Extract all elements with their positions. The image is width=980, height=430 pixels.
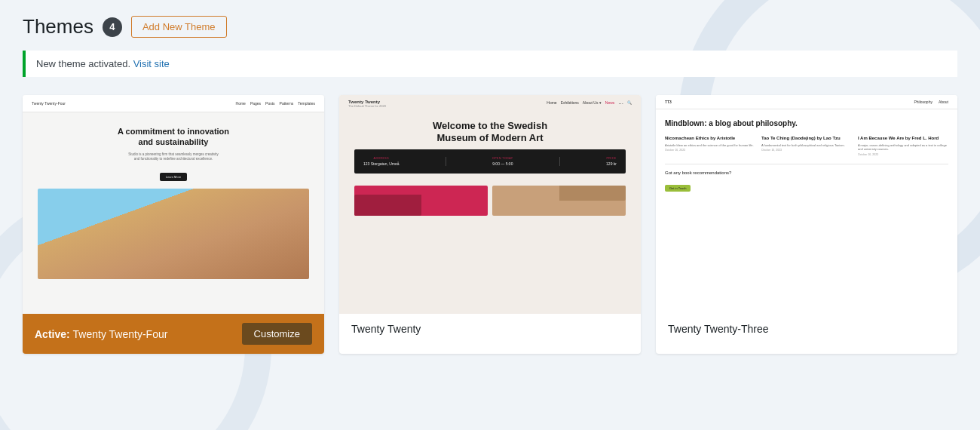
t24-nav: Twenty Twenty-Four Home Pages Posts Patt… bbox=[23, 95, 324, 112]
t23-posts: Nicomachean Ethics by Aristotle Aristotl… bbox=[665, 136, 948, 156]
t24-hero-title: A commitment to innovationand sustainabi… bbox=[38, 126, 309, 148]
themes-grid: Twenty Twenty-Four Home Pages Posts Patt… bbox=[23, 95, 957, 354]
t23-logo: TT3 bbox=[665, 100, 672, 104]
t20-open: OPEN TODAY 9:00 — 5:00 bbox=[492, 157, 513, 166]
active-theme-footer: Active: Twenty Twenty-Four Customize bbox=[23, 314, 324, 354]
theme-name-twenty-twenty-three: Twenty Twenty-Three bbox=[668, 323, 769, 335]
t23-content: Mindblown: a blog about philosophy. Nico… bbox=[656, 109, 957, 201]
t23-navlinks: Philosophy About bbox=[914, 100, 948, 104]
t20-info-bar: ADDRESS 123 Storgatan, Umeå OPEN TODAY 9… bbox=[354, 149, 626, 174]
t20-hero: Welcome to the SwedishMuseum of Modern A… bbox=[339, 112, 641, 149]
t23-title: Mindblown: a blog about philosophy. bbox=[665, 118, 948, 128]
theme-card-twenty-twenty-three: TT3 Philosophy About Mindblown: a blog a… bbox=[656, 95, 957, 354]
theme-preview-twenty-twenty: Twenty Twenty The Default Theme for 2020… bbox=[339, 95, 641, 314]
visit-site-link[interactable]: Visit site bbox=[133, 58, 170, 69]
t20-hero-title: Welcome to the SwedishMuseum of Modern A… bbox=[354, 120, 626, 143]
t20-price: PRICE 129 kr bbox=[606, 157, 617, 166]
t20-nav-left: Twenty Twenty The Default Theme for 2020 bbox=[348, 100, 386, 108]
t24-hero-desc: Studio is a pioneering firm that seamles… bbox=[38, 152, 309, 162]
theme-preview-twenty-twenty-three: TT3 Philosophy About Mindblown: a blog a… bbox=[656, 95, 957, 314]
active-prefix: Active: bbox=[35, 328, 73, 340]
active-label: Active: Twenty Twenty-Four bbox=[35, 328, 167, 340]
theme-footer-twenty-twenty-three: Twenty Twenty-Three bbox=[656, 314, 957, 344]
notification-bar: New theme activated. Visit site bbox=[23, 51, 957, 77]
customize-button[interactable]: Customize bbox=[242, 323, 312, 345]
add-new-theme-button[interactable]: Add New Theme bbox=[131, 16, 227, 38]
t20-nav: Twenty Twenty The Default Theme for 2020… bbox=[339, 95, 641, 112]
t20-subtitle: The Default Theme for 2020 bbox=[348, 104, 386, 108]
t24-hero-btn: Learn More bbox=[160, 173, 187, 181]
t20-address: ADDRESS 123 Storgatan, Umeå bbox=[363, 157, 400, 166]
t23-divider bbox=[665, 164, 948, 164]
t23-post-2: Tao Te Ching (Daodejing) by Lao Tzu A fu… bbox=[761, 136, 852, 156]
t23-cta-button: Get in Touch bbox=[665, 185, 691, 192]
t24-hero: A commitment to innovationand sustainabi… bbox=[23, 112, 324, 189]
notification-text: New theme activated. bbox=[36, 58, 130, 69]
theme-name-twenty-twenty: Twenty Twenty bbox=[351, 323, 421, 335]
page-header: Themes 4 Add New Theme bbox=[23, 15, 957, 38]
theme-preview-twenty-twenty-four: Twenty Twenty-Four Home Pages Posts Patt… bbox=[23, 95, 324, 314]
t23-post-3: I Am Because We Are by Fred L. Hord A ma… bbox=[858, 136, 948, 156]
theme-card-twenty-twenty: Twenty Twenty The Default Theme for 2020… bbox=[339, 95, 641, 354]
theme-count-badge: 4 bbox=[103, 17, 122, 37]
t24-nav-links: Home Pages Posts Patterns Templates bbox=[236, 101, 315, 106]
t23-cta-text: Got any book recommendations? bbox=[665, 170, 948, 175]
t20-decorative-boxes bbox=[354, 186, 626, 216]
t24-hero-image bbox=[38, 189, 309, 279]
t24-logo: Twenty Twenty-Four bbox=[32, 101, 66, 106]
theme-card-twenty-twenty-four: Twenty Twenty-Four Home Pages Posts Patt… bbox=[23, 95, 324, 354]
theme-footer-twenty-twenty: Twenty Twenty bbox=[339, 314, 641, 344]
t20-navlinks: Home Exhibitions About Us ▾ News ··· 🔍 bbox=[547, 100, 632, 107]
active-theme-name: Twenty Twenty-Four bbox=[73, 328, 168, 340]
t23-post-1: Nicomachean Ethics by Aristotle Aristotl… bbox=[665, 136, 755, 156]
page-title: Themes bbox=[23, 15, 93, 38]
t23-nav: TT3 Philosophy About bbox=[656, 95, 957, 109]
